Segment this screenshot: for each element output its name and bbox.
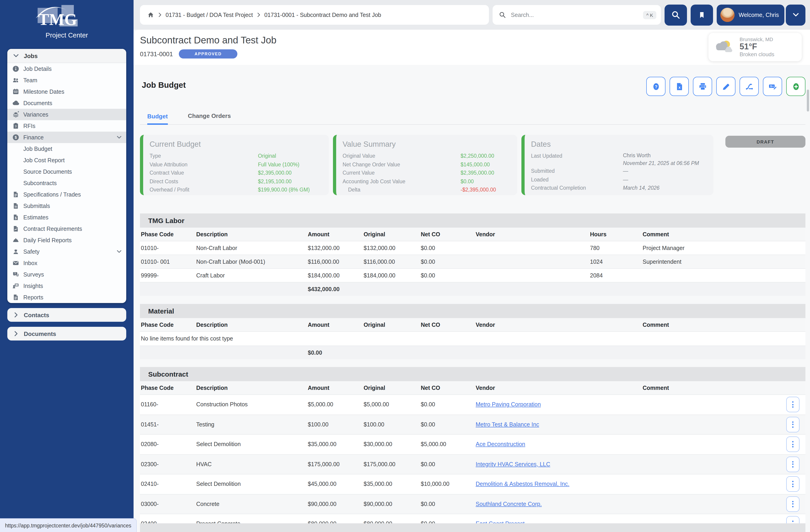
sidebar-item-source-documents[interactable]: Source Documents bbox=[7, 166, 126, 177]
print-button[interactable] bbox=[693, 77, 712, 96]
vendor-link[interactable]: Metro Test & Balance Inc bbox=[476, 421, 539, 428]
row-actions-button[interactable] bbox=[786, 417, 799, 432]
sidebar-item-rfis[interactable]: ? RFIs bbox=[7, 120, 126, 132]
col-amount: Amount bbox=[308, 231, 363, 237]
card-title: Value Summary bbox=[343, 140, 511, 149]
estimate-document-icon: $ bbox=[12, 214, 19, 221]
sidebar-item-daily-field-reports[interactable]: Daily Field Reports bbox=[7, 234, 126, 246]
edit-button[interactable] bbox=[716, 77, 735, 96]
home-icon[interactable] bbox=[147, 12, 154, 18]
empty-table-message-row: No line items found for this cost type bbox=[140, 331, 806, 346]
field-label: Original Value bbox=[343, 152, 460, 160]
material-section: Material Phase Code Description Amount O… bbox=[140, 304, 806, 359]
budget-toolbar: ? x $ bbox=[646, 77, 806, 96]
mail-icon bbox=[12, 260, 19, 266]
money-flow-icon bbox=[745, 82, 754, 91]
sidebar-item-label: Daily Field Reports bbox=[23, 237, 122, 243]
sidebar-item-surveys[interactable]: ? Surveys bbox=[7, 269, 126, 280]
row-actions-button[interactable] bbox=[786, 477, 799, 492]
cell-hours: 780 bbox=[590, 245, 643, 251]
app-root: TMG Project Center Jobs Job Details Team bbox=[0, 0, 810, 532]
breadcrumb-job-link[interactable]: 01731-0001 - Subcontract Demo and Test J… bbox=[264, 12, 381, 18]
sidebar-group-documents[interactable]: Documents bbox=[7, 327, 126, 340]
vendor-link[interactable]: Ace Deconstruction bbox=[476, 441, 525, 448]
sidebar-item-label: Specifications / Trades bbox=[23, 191, 122, 198]
vendor-link[interactable]: Demolition & Asbestos Removal, Inc. bbox=[476, 481, 569, 487]
vendor-link[interactable]: Integrity HVAC Services, LLC bbox=[476, 461, 550, 468]
sidebar-group-contacts[interactable]: Contacts bbox=[7, 308, 126, 322]
field-label: Accounting Job Cost Value bbox=[343, 177, 460, 186]
weather-location: Brunswick, MD bbox=[740, 36, 774, 42]
money-flow-button[interactable] bbox=[740, 77, 759, 96]
row-actions-button[interactable] bbox=[786, 437, 799, 452]
cell-description: Construction Photos bbox=[196, 401, 308, 408]
field-label: Type bbox=[149, 152, 258, 160]
sidebar-item-estimates[interactable]: $ Estimates bbox=[7, 212, 126, 223]
finance-icon: $ bbox=[12, 134, 19, 141]
job-header: Subcontract Demo and Test Job 01731-0001… bbox=[133, 30, 810, 65]
user-menu-button[interactable]: Welcome, Chris bbox=[717, 4, 784, 26]
sidebar-group-label: Documents bbox=[24, 330, 56, 337]
sidebar-item-inbox[interactable]: Inbox bbox=[7, 257, 126, 269]
sidebar-item-milestone-dates[interactable]: Milestone Dates bbox=[7, 86, 126, 97]
sidebar-group-jobs[interactable]: Jobs bbox=[7, 49, 126, 63]
svg-text:TMG: TMG bbox=[38, 11, 77, 28]
sidebar-item-variances[interactable]: Variances bbox=[7, 109, 126, 120]
table-row: 01160- Construction Photos $5,000.00 $5,… bbox=[140, 395, 806, 414]
cell-net-co: $0.00 bbox=[421, 245, 476, 251]
weather-temperature: 51°F bbox=[740, 42, 774, 51]
sidebar-item-documents[interactable]: Documents bbox=[7, 97, 126, 109]
add-line-item-button[interactable] bbox=[786, 77, 806, 96]
avatar bbox=[720, 8, 734, 22]
sidebar-item-job-budget[interactable]: Job Budget bbox=[7, 143, 126, 154]
export-excel-button[interactable]: x bbox=[669, 77, 689, 96]
cell-description: Select Demolition bbox=[196, 441, 308, 448]
field-label: Submitted bbox=[531, 167, 623, 175]
tab-budget[interactable]: Budget bbox=[147, 113, 168, 125]
breadcrumb-project-link[interactable]: 01731 - Budget / DOA Test Project bbox=[165, 12, 253, 18]
sidebar-item-job-details[interactable]: Job Details bbox=[7, 63, 126, 74]
cell-phase-code: 99999- bbox=[141, 272, 196, 279]
sidebar-item-label: Contract Requirements bbox=[23, 226, 122, 232]
row-actions-button[interactable] bbox=[786, 397, 799, 413]
user-menu-chevron-button[interactable] bbox=[786, 4, 806, 26]
tmg-logo[interactable]: TMG Project Center bbox=[35, 4, 99, 39]
layers-icon bbox=[12, 111, 19, 118]
scrollbar-thumb[interactable] bbox=[807, 89, 809, 112]
svg-text:$: $ bbox=[15, 135, 17, 139]
field-value: $2,250,000.00 bbox=[460, 152, 511, 160]
sidebar-item-subcontracts[interactable]: Subcontracts bbox=[7, 177, 126, 189]
sidebar-item-contract-requirements[interactable]: Contract Requirements bbox=[7, 223, 126, 234]
vendor-link[interactable]: Metro Paving Corporation bbox=[476, 401, 541, 408]
cell-phase-code: 01451- bbox=[141, 421, 196, 428]
tmg-logo-icon: TMG bbox=[35, 4, 81, 30]
tab-change-orders[interactable]: Change Orders bbox=[188, 113, 231, 124]
sidebar-item-finance[interactable]: $ Finance bbox=[7, 132, 126, 143]
help-button[interactable]: ? bbox=[646, 77, 665, 96]
cell-description: Craft Labor bbox=[196, 272, 308, 279]
sidebar-group-label: Jobs bbox=[24, 52, 38, 59]
sidebar-item-specifications-trades[interactable]: Specifications / Trades bbox=[7, 189, 126, 200]
svg-text:x: x bbox=[678, 85, 680, 89]
sidebar-item-team[interactable]: Team bbox=[7, 74, 126, 86]
row-actions-button[interactable] bbox=[786, 456, 799, 472]
sidebar-item-safety[interactable]: Safety bbox=[7, 246, 126, 257]
section-title: TMG Labor bbox=[148, 217, 184, 225]
global-search-button[interactable] bbox=[665, 4, 687, 26]
bookmarks-button[interactable] bbox=[691, 4, 713, 26]
budget-adjust-button[interactable]: $ bbox=[763, 77, 782, 96]
sidebar-item-reports[interactable]: Reports bbox=[7, 292, 126, 303]
sidebar-item-submittals[interactable]: Submittals bbox=[7, 200, 126, 212]
col-net-co: Net CO bbox=[421, 321, 476, 328]
search-input[interactable] bbox=[510, 11, 639, 18]
row-actions-button[interactable] bbox=[786, 496, 799, 512]
page-title: Job Budget bbox=[142, 80, 186, 90]
table-header-row: Phase Code Description Amount Original N… bbox=[140, 381, 806, 395]
field-value: Full Value (100%) bbox=[258, 160, 322, 169]
pencil-icon bbox=[722, 82, 730, 91]
sidebar-item-insights[interactable]: Insights bbox=[7, 280, 126, 292]
safety-worker-icon bbox=[12, 248, 19, 255]
sidebar-item-job-cost-report[interactable]: Job Cost Report bbox=[7, 154, 126, 166]
vendor-link[interactable]: Southland Concrete Corp. bbox=[476, 501, 542, 507]
field-value: $2,395,000.00 bbox=[258, 169, 322, 177]
